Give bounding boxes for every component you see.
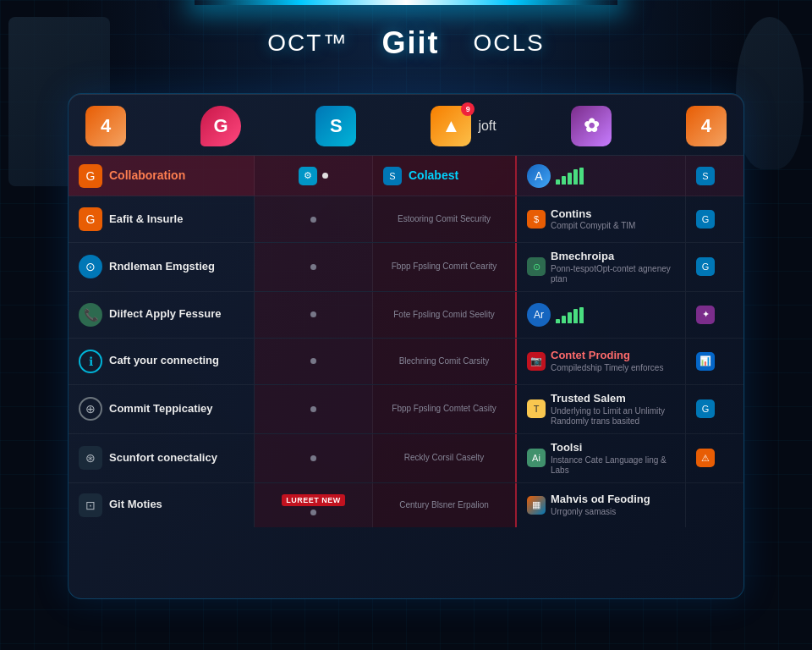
section-right-title: Colabest: [409, 168, 458, 183]
row7-feature: ⊡ Git Moties: [69, 483, 255, 527]
header-titles: OCT™ Giit OCLS: [267, 25, 544, 61]
row4-col3: Blechning Comit Carsity: [373, 339, 517, 384]
row7-col4: ▦ Mahvis od Feoding Urrgonly samasis: [517, 483, 686, 527]
row2-col4-title: Bmechroipa: [551, 250, 675, 264]
bar-e: [579, 307, 584, 323]
table-row-7: ⊡ Git Moties LUREET NEW Century Blsner E…: [69, 483, 743, 527]
row5-col3: Fbpp Fpsling Comtet Casity: [373, 385, 517, 433]
icon-badge-5: ✿: [571, 106, 612, 146]
row6-col4-icon: Ai: [527, 449, 546, 467]
row5-dot: [310, 406, 316, 412]
row4-label: Caft your connecting: [109, 354, 219, 368]
row4-feature: ℹ Caft your connecting: [69, 339, 255, 384]
row1-col3-text: Estooring Comit Security: [398, 214, 491, 224]
row3-col4-icon: Ar: [527, 303, 551, 327]
row7-col4-sub: Urrgonly samasis: [551, 507, 650, 517]
row6-col4-sub: Instance Cate Language ling & Labs: [551, 455, 675, 476]
row7-col4-title: Mahvis od Feoding: [551, 493, 650, 507]
section-header-row: G Collaboration ⚙ S Colabest A: [69, 156, 743, 196]
bar-d: [573, 309, 578, 323]
bar-chart-header: [556, 168, 584, 185]
row6-col3: Reckly Corsil Caselty: [373, 434, 517, 482]
row3-feature: 📞 Diifect Apply Fessure: [69, 292, 255, 338]
row5-feature: ⊕ Commit Teppicatiey: [69, 385, 255, 433]
icon-badge-5-label: ✿: [584, 115, 599, 137]
table-row-3: 📞 Diifect Apply Fessure Fote Fpsling Com…: [69, 292, 743, 339]
row5-col4-icon: T: [527, 399, 546, 418]
row7-dot: [310, 510, 316, 515]
row1-feature: G Eafit & Insurle: [69, 196, 255, 242]
row7-col4-icon: ▦: [527, 496, 546, 515]
row4-col3-text: Blechning Comit Carsity: [399, 356, 490, 366]
row3-col5-icon: ✦: [696, 306, 715, 324]
row6-col5: ⚠: [686, 434, 743, 482]
table-row-5: ⊕ Commit Teppicatiey Fbpp Fpsling Comtet…: [69, 385, 743, 434]
section-left-header: G Collaboration: [69, 156, 255, 196]
icon-badge-4: ▲ 9: [431, 106, 471, 146]
row2-col4-icon: ⊙: [527, 257, 546, 276]
row6-icon: ⊛: [79, 446, 102, 470]
row4-col4: 📷 Contet Proding Compiledship Timely enf…: [517, 339, 686, 384]
row2-col4-sub: Ponn-tespotOpt-contet agneney ptan: [551, 264, 675, 284]
row6-col5-icon: ⚠: [696, 449, 715, 467]
row1-col5-icon: G: [696, 210, 715, 229]
icon-badge-2: G: [200, 106, 241, 146]
icon-badge-4-label: ▲: [442, 115, 460, 137]
bar-b: [562, 316, 566, 323]
row2-label: Rndleman Emgstieg: [109, 260, 215, 274]
row5-col5-icon: G: [696, 399, 715, 418]
row2-col2: [255, 243, 373, 291]
row2-col5: G: [686, 243, 743, 291]
comparison-table: G Collaboration ⚙ S Colabest A: [69, 156, 743, 599]
row1-col4-icon: $: [527, 210, 546, 229]
row5-label: Commit Teppicatiey: [109, 402, 213, 416]
row4-col4-icon: 📷: [527, 352, 546, 371]
row4-col4-sub: Compiledship Timely enforces: [551, 363, 663, 373]
row4-col5-icon: 📊: [696, 352, 715, 371]
icon-badge-1-label: 4: [101, 115, 111, 137]
row4-icon: ℹ: [79, 350, 102, 373]
row3-bar-chart: [556, 306, 584, 323]
row3-col2: [255, 292, 373, 338]
icon-badge-6: 4: [686, 106, 727, 146]
row6-col4: Ai Toolsi Instance Cate Language ling & …: [517, 434, 686, 482]
row7-label: Git Moties: [109, 498, 162, 512]
comparison-card: 4 G S ▲ 9 joft ✿ 4 G Collaboration: [68, 93, 744, 599]
table-row-1: G Eafit & Insurle Estooring Comit Securi…: [69, 196, 743, 243]
table-row-6: ⊛ Scunfort conectalicy Reckly Corsil Cas…: [69, 434, 743, 483]
joft-label: joft: [478, 118, 496, 134]
row5-col4-title: Trusted Salem: [551, 392, 675, 406]
table-row-4: ℹ Caft your connecting Blechning Comit C…: [69, 339, 743, 385]
section-col5-header: S: [686, 156, 743, 196]
icon-badge-3-label: S: [330, 115, 343, 137]
row6-col3-text: Reckly Corsil Caselty: [404, 453, 484, 463]
row1-label: Eafit & Insurle: [109, 212, 183, 227]
row6-label: Scunfort conectalicy: [109, 451, 217, 465]
row3-label: Diifect Apply Fessure: [109, 307, 221, 322]
row2-feature: ⊙ Rndleman Emgstieg: [69, 243, 255, 291]
row4-col5: 📊: [686, 339, 743, 384]
mid1-dot: [322, 173, 328, 179]
section-left-title: Collaboration: [109, 168, 185, 183]
row6-dot: [310, 455, 316, 461]
row1-col4-title: Contins: [551, 207, 635, 222]
row5-col3-text: Fbpp Fpsling Comtet Casity: [392, 404, 496, 414]
mid2-badge: S: [383, 167, 402, 185]
col5-icon-main: S: [696, 167, 715, 185]
icon-badge-6-label: 4: [701, 115, 711, 137]
row6-col2: [255, 434, 373, 482]
section-mid1-header: ⚙: [255, 156, 373, 196]
bar-4: [573, 169, 578, 185]
bar-a: [556, 319, 560, 323]
bar-3: [568, 173, 572, 185]
icon-badge-1: 4: [85, 106, 126, 146]
section-left-icon: G: [79, 164, 102, 188]
desk-item-right: [736, 17, 804, 169]
row1-col4-sub: Compit Comypit & TIM: [551, 221, 635, 231]
row1-icon: G: [79, 207, 102, 231]
section-mid2-header: S Colabest: [373, 156, 517, 196]
row3-dot: [310, 311, 316, 317]
table-row-2: ⊙ Rndleman Emgstieg Fbpp Fpsling Comrit …: [69, 243, 743, 292]
row2-dot: [310, 264, 316, 270]
row7-icon: ⊡: [79, 493, 102, 517]
